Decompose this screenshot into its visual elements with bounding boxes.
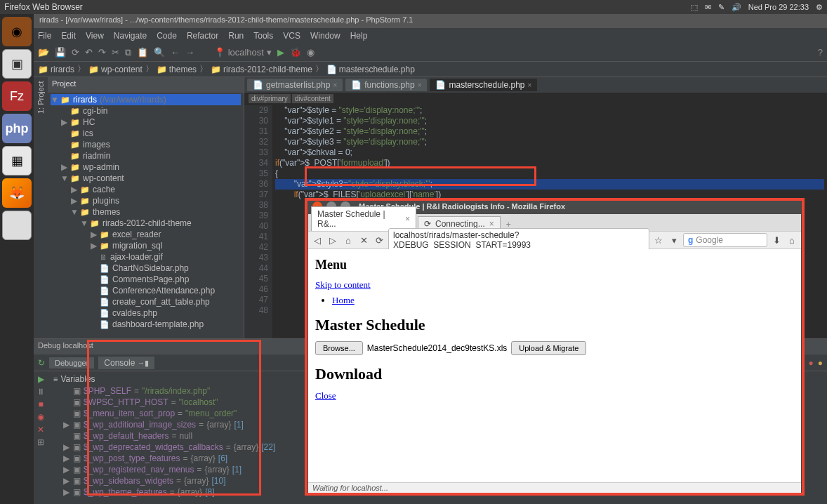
editor-tabs: 📄getmasterlist.php×📄functions.php×📄maste… <box>244 77 827 93</box>
tree-item[interactable]: 📄ChartNoSidebar.php <box>51 263 241 274</box>
tree-item[interactable]: ▶📁plugins <box>51 195 241 206</box>
crumb[interactable]: 📁rirards <box>38 65 74 74</box>
skull-icon[interactable]: ✕ <box>37 425 44 435</box>
tree-item[interactable]: 📄dashboard-template.php <box>51 319 241 330</box>
highlight-box <box>87 340 261 496</box>
tree-item[interactable]: ▶📁cache <box>51 184 241 195</box>
run-icon[interactable]: ▶ <box>277 47 284 58</box>
debug-sidebar: ▶ ⏸ ■ ◉ ✕ ⊞ <box>34 371 48 504</box>
clock[interactable]: Ned Pro 29 22:33 <box>748 3 809 11</box>
ide-titlebar: rirads - [/var/www/rirads] - .../wp-cont… <box>34 14 827 28</box>
bluetooth-icon[interactable]: ✎ <box>718 3 725 12</box>
tree-item[interactable]: 📄cvaldes.php <box>51 307 241 319</box>
crumb-primary[interactable]: div#primary <box>249 94 291 103</box>
menu-run[interactable]: Run <box>228 31 244 41</box>
gear-icon[interactable]: ⚙ <box>816 3 823 12</box>
tree-item[interactable]: ▼📁wp-content <box>51 173 241 184</box>
save-icon[interactable]: 💾 <box>55 47 66 58</box>
files-icon[interactable]: ▦ <box>2 146 32 175</box>
mute-bp-icon[interactable]: ● <box>818 358 823 368</box>
unity-launcher: ◉ ▣ Fz php ▦ 🦊 <box>0 14 34 504</box>
tree-item[interactable]: ▶📁HC <box>51 117 241 128</box>
filezilla-icon[interactable]: Fz <box>2 81 32 111</box>
mail-icon[interactable]: ✉ <box>705 3 711 12</box>
gnome-top-bar: Firefox Web Browser ⬚ ✉ ✎ 🔊 Ned Pro 29 2… <box>0 0 827 14</box>
stop-icon[interactable]: ■ <box>38 399 43 409</box>
menu-window[interactable]: Window <box>310 31 340 41</box>
project-header: Project <box>48 77 244 93</box>
close-tab-icon[interactable]: × <box>418 81 422 89</box>
resume-icon[interactable]: ▶ <box>38 374 44 384</box>
crumb[interactable]: 📄masterschedule.php <box>326 65 415 74</box>
rerun-icon[interactable]: ↻ <box>38 358 45 368</box>
menu-code[interactable]: Code <box>157 31 177 41</box>
tree-item[interactable]: ▶📁excel_reader <box>51 229 241 240</box>
editor-tab[interactable]: 📄getmasterlist.php× <box>247 79 343 91</box>
ide-toolbar: 📂 💾 ⟳ ↶ ↷ ✂ ⧉ 📋 🔍 ← → 📍 localhost ▾ ▶ 🐞 … <box>34 44 827 62</box>
find-icon[interactable]: 🔍 <box>154 47 165 58</box>
tree-item[interactable]: ▶📁wp-admin <box>51 161 241 173</box>
menu-view[interactable]: View <box>86 31 104 41</box>
run-config[interactable]: 📍 localhost ▾ <box>214 47 272 58</box>
tree-item[interactable]: 📄CommentsPage.php <box>51 274 241 285</box>
close-tab-icon[interactable]: × <box>528 81 532 89</box>
menu-tools[interactable]: Tools <box>253 31 273 41</box>
open-icon[interactable]: 📂 <box>38 47 49 58</box>
forward-icon[interactable]: → <box>185 47 194 58</box>
tree-item[interactable]: ▼📁rirards (/var/www/rirards) <box>51 94 241 105</box>
ide-breadcrumb: 📁rirards〉 📁wp-content〉 📁themes〉 📁rirads-… <box>34 62 827 77</box>
tree-item[interactable]: 📄create_conf_att_table.php <box>51 296 241 307</box>
cut-icon[interactable]: ✂ <box>112 47 119 58</box>
editor-tab[interactable]: 📄masterschedule.php× <box>430 79 537 91</box>
undo-icon[interactable]: ↶ <box>85 47 93 58</box>
layout-icon[interactable]: ⊞ <box>37 437 44 447</box>
sound-icon[interactable]: 🔊 <box>732 3 741 12</box>
tree-item[interactable]: 📄ConferenceAttendance.php <box>51 285 241 296</box>
tree-item[interactable]: ▼📁rirads-2012-child-theme <box>51 218 241 229</box>
menu-file[interactable]: File <box>38 31 51 41</box>
editor-tab[interactable]: 📄functions.php× <box>345 79 427 91</box>
tree-item[interactable]: 📁riadmin <box>51 150 241 161</box>
highlight-box <box>305 166 536 186</box>
terminal-icon[interactable]: ▣ <box>2 49 32 79</box>
ubuntu-dash-icon[interactable]: ◉ <box>2 17 32 46</box>
crumb[interactable]: 📁themes <box>157 65 197 74</box>
dropbox-icon[interactable]: ⬚ <box>691 3 698 12</box>
crumb[interactable]: 📁wp-content <box>88 65 143 74</box>
project-panel: Project ▼📁rirards (/var/www/rirards)📁cgi… <box>48 77 244 338</box>
gnome-indicators: ⬚ ✉ ✎ 🔊 Ned Pro 29 22:33 ⚙ <box>691 3 823 12</box>
menu-help[interactable]: Help <box>350 31 368 41</box>
stop-icon[interactable]: ◉ <box>307 47 315 58</box>
tree-item[interactable]: 📁images <box>51 139 241 150</box>
menu-edit[interactable]: Edit <box>61 31 76 41</box>
project-tree[interactable]: ▼📁rirards (/var/www/rirards)📁cgi-bin▶📁HC… <box>48 93 244 338</box>
crumb[interactable]: 📁rirads-2012-child-theme <box>211 65 312 74</box>
tree-item[interactable]: ▼📁themes <box>51 206 241 218</box>
tree-item[interactable]: 📁ics <box>51 128 241 139</box>
close-tab-icon[interactable]: × <box>333 81 337 89</box>
redo-icon[interactable]: ↷ <box>98 47 106 58</box>
ide-menubar: File Edit View Navigate Code Refactor Ru… <box>34 28 827 44</box>
sync-icon[interactable]: ⟳ <box>72 47 79 58</box>
debug-icon[interactable]: 🐞 <box>290 47 301 58</box>
phpstorm-icon[interactable]: php <box>2 114 32 143</box>
paste-icon[interactable]: 📋 <box>137 47 148 58</box>
menu-refactor[interactable]: Refactor <box>187 31 218 41</box>
crumb-content[interactable]: div#content <box>292 94 333 103</box>
app-icon[interactable] <box>2 211 32 240</box>
tree-item[interactable]: 📁cgi-bin <box>51 105 241 117</box>
view-bp-icon[interactable]: ◉ <box>37 412 44 422</box>
breakpoint-icon[interactable]: ● <box>809 358 814 368</box>
project-tool-tab[interactable]: 1: Project <box>34 77 48 338</box>
help-icon[interactable]: ? <box>818 47 823 58</box>
tree-item[interactable]: ▶📁migration_sql <box>51 240 241 251</box>
menu-navigate[interactable]: Navigate <box>114 31 147 41</box>
pause-icon[interactable]: ⏸ <box>37 387 45 397</box>
editor-breadcrumb: div#primarydiv#content <box>244 93 827 105</box>
tree-item[interactable]: 🗎ajax-loader.gif <box>51 251 241 263</box>
active-window-title: Firefox Web Browser <box>4 2 691 12</box>
back-icon[interactable]: ← <box>171 47 180 58</box>
firefox-icon[interactable]: 🦊 <box>2 178 32 208</box>
copy-icon[interactable]: ⧉ <box>125 47 131 58</box>
menu-vcs[interactable]: VCS <box>283 31 300 41</box>
